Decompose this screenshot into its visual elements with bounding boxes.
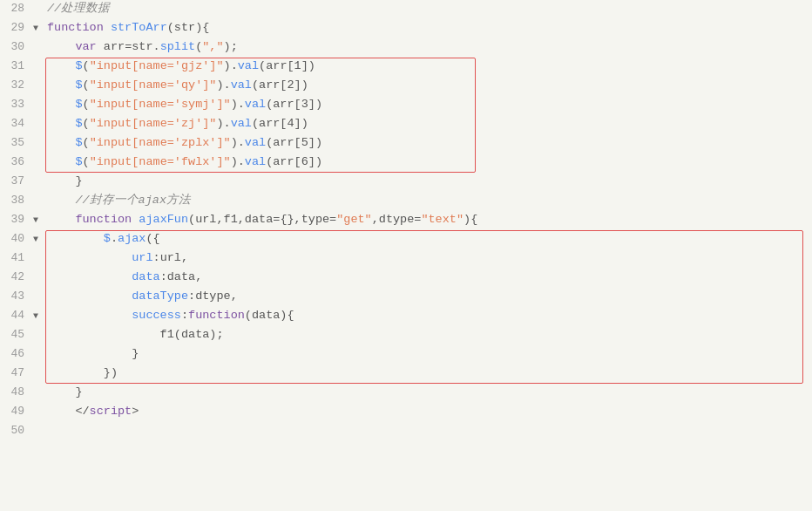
token-comment: //处理数据 — [47, 2, 110, 15]
token-normal: ]) — [308, 136, 322, 149]
token-prop: data — [132, 270, 159, 283]
token-normal: ( — [83, 59, 90, 72]
line-number: 48 — [0, 384, 33, 401]
code-line: 45▶ f1(data); — [0, 326, 812, 345]
code-line: 49▶ </script> — [0, 403, 812, 422]
token-normal: {} — [280, 213, 294, 226]
code-line: 35▶ $("input[name='zplx']").val(arr[5]) — [0, 134, 812, 153]
token-normal: ]) — [301, 59, 315, 72]
token-normal: ,dtype= — [372, 213, 422, 226]
line-content: url:url, — [45, 249, 812, 268]
token-normal: </ — [75, 405, 89, 418]
line-number: 37 — [0, 173, 33, 190]
token-normal: ). — [231, 155, 245, 168]
token-normal: 5 — [301, 136, 308, 149]
token-normal: }) — [47, 366, 118, 379]
token-normal: ). — [231, 136, 245, 149]
token-dollar: $ — [75, 136, 82, 149]
token-normal: (arr[ — [266, 98, 301, 111]
token-str: "input[name='qy']" — [90, 78, 217, 92]
line-content: } — [45, 345, 812, 364]
token-kw: script — [90, 405, 132, 418]
token-normal: ){ — [464, 213, 477, 226]
token-dollar: $ — [75, 117, 82, 130]
line-number: 29 — [0, 19, 33, 37]
line-content: </script> — [45, 403, 812, 421]
token-normal — [47, 270, 132, 283]
token-normal: ( — [83, 136, 90, 149]
token-dollar: $ — [75, 59, 82, 72]
token-dollar: $ — [75, 78, 82, 92]
token-normal — [47, 290, 132, 303]
token-normal: (arr[ — [266, 136, 301, 149]
code-line: 28▶//处理数据 — [0, 0, 812, 19]
token-normal: ]) — [294, 78, 308, 92]
token-method: val — [238, 59, 259, 72]
token-str: "input[name='fwlx']" — [90, 155, 231, 168]
token-normal — [47, 155, 75, 168]
line-number: 34 — [0, 115, 33, 133]
line-number: 46 — [0, 345, 33, 363]
line-content: data:data, — [45, 269, 812, 287]
line-number: 49 — [0, 403, 33, 420]
fold-arrow[interactable]: ▼ — [33, 211, 45, 228]
code-line: 48▶ } — [0, 384, 812, 403]
code-line: 36▶ $("input[name='fwlx']").val(arr[6]) — [0, 153, 812, 173]
code-line: 40▼ $.ajax({ — [0, 230, 812, 249]
line-number: 50 — [0, 422, 33, 439]
line-content: $("input[name='gjz']").val(arr[1]) — [45, 58, 812, 76]
line-number: 31 — [0, 58, 33, 75]
code-line: 33▶ $("input[name='symj']").val(arr[3]) — [0, 96, 812, 115]
code-line: 50▶ — [0, 422, 812, 441]
line-content: $("input[name='symj']").val(arr[3]) — [45, 96, 812, 114]
token-method: ajax — [118, 232, 145, 245]
token-normal: :url, — [153, 251, 189, 264]
token-method: val — [245, 136, 266, 149]
token-normal: 6 — [301, 155, 308, 168]
code-line: 38▶ //封存一个ajax方法 — [0, 192, 812, 211]
token-normal: ]) — [308, 98, 322, 111]
code-line: 46▶ } — [0, 345, 812, 365]
token-normal — [47, 251, 132, 264]
code-line: 30▶ var arr=str.split(","); — [0, 38, 812, 58]
token-method: val — [245, 155, 266, 168]
token-normal: (arr[ — [259, 59, 294, 72]
line-number: 28 — [0, 0, 33, 17]
token-normal: . — [111, 232, 118, 245]
fold-arrow[interactable]: ▼ — [33, 230, 45, 247]
token-normal: } — [47, 347, 139, 360]
token-dollar: $ — [104, 232, 111, 245]
line-number: 38 — [0, 192, 33, 209]
token-str: "input[name='zj']" — [90, 117, 217, 130]
token-normal: :dtype, — [188, 290, 238, 303]
token-normal: (arr[ — [252, 117, 288, 130]
token-normal: ( — [83, 155, 90, 168]
token-method: split — [160, 40, 196, 53]
token-normal: 2 — [287, 78, 294, 92]
line-number: 41 — [0, 249, 33, 267]
code-line: 29▼function strToArr(str){ — [0, 19, 812, 38]
token-normal: 4 — [287, 117, 294, 130]
line-content: //处理数据 — [45, 0, 812, 18]
token-dollar: $ — [75, 98, 82, 111]
fold-arrow[interactable]: ▼ — [33, 307, 45, 324]
token-normal: : — [181, 309, 188, 322]
line-content: f1(data); — [45, 326, 812, 344]
token-normal: 3 — [301, 98, 308, 111]
fold-arrow[interactable]: ▼ — [33, 19, 45, 36]
token-normal — [47, 232, 104, 245]
token-normal — [47, 40, 75, 53]
code-line: 32▶ $("input[name='qy']").val(arr[2]) — [0, 77, 812, 96]
line-content: }) — [45, 365, 812, 383]
line-number: 36 — [0, 153, 33, 171]
line-content: } — [45, 173, 812, 191]
code-line: 43▶ dataType:dtype, — [0, 288, 812, 307]
code-line: 44▼ success:function(data){ — [0, 307, 812, 326]
line-content: $("input[name='zj']").val(arr[4]) — [45, 115, 812, 133]
token-normal — [47, 117, 75, 130]
code-line: 41▶ url:url, — [0, 249, 812, 269]
token-normal: ( — [83, 98, 90, 111]
token-normal: (data){ — [245, 309, 294, 322]
token-normal — [47, 194, 75, 207]
token-str: "input[name='zplx']" — [90, 136, 231, 149]
